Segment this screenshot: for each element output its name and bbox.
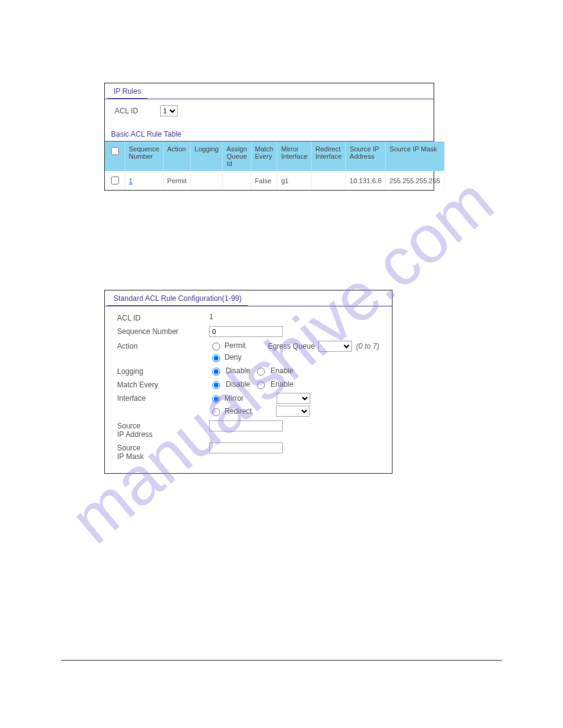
egress-queue-select[interactable]	[318, 341, 352, 352]
match-disable-radio[interactable]	[212, 381, 220, 389]
col-srcmask: Source IP Mask	[386, 142, 445, 171]
logging-disable-radio[interactable]	[212, 368, 220, 376]
action-deny-radio[interactable]	[212, 354, 220, 362]
disable-label: Disable	[226, 366, 250, 375]
acl-rule-table: Sequence Number Action Logging Assign Qu…	[105, 142, 445, 190]
row-checkbox[interactable]	[111, 176, 119, 184]
cell-match: False	[251, 171, 277, 190]
cell-srcmask: 255.255.255.255	[386, 171, 445, 190]
logging-enable-radio[interactable]	[257, 368, 265, 376]
ip-rules-panel: IP Rules ACL ID 1 Basic ACL Rule Table S…	[104, 83, 434, 191]
source-ip-input[interactable]	[209, 420, 283, 431]
deny-label: Deny	[224, 353, 242, 362]
interface-label: Interface	[117, 393, 209, 403]
standard-acl-config-panel: Standard ACL Rule Configuration(1-99) AC…	[104, 290, 393, 474]
panel1-title: IP Rules	[107, 83, 147, 99]
col-srcip: Source IP Address	[346, 142, 386, 171]
seq-link[interactable]: 1	[129, 177, 132, 184]
mirror-radio[interactable]	[212, 395, 220, 403]
logging-label: Logging	[117, 366, 209, 376]
source-ip-label: SourceIP Address	[117, 420, 209, 439]
egress-queue-label: Egress Queue	[268, 342, 315, 351]
acl-id-label: ACL ID	[117, 313, 209, 322]
redirect-select[interactable]	[276, 406, 310, 417]
acl-id-row: ACL ID 1	[105, 99, 434, 127]
col-match: Match Every	[251, 142, 277, 171]
col-seq: Sequence Number	[125, 142, 164, 171]
cell-srcip: 10.131.6.8	[346, 171, 386, 190]
panel1-subtitle: Basic ACL Rule Table	[105, 127, 434, 141]
egress-range: (0 to 7)	[356, 342, 379, 351]
cell-mirror: g1	[277, 171, 312, 190]
action-label: Action	[117, 341, 209, 351]
table-row: 1 Permit False g1 10.131.6.8 255.255.255…	[105, 171, 444, 190]
acl-id-label: ACL ID	[115, 107, 145, 115]
panel2-title: Standard ACL Rule Configuration(1-99)	[107, 290, 248, 306]
action-permit-radio[interactable]	[212, 343, 220, 351]
seq-label: Sequence Number	[117, 326, 209, 336]
form-area: ACL ID 1 Sequence Number Action Permit	[105, 306, 392, 473]
acl-id-select[interactable]: 1	[160, 105, 178, 116]
source-mask-label: SourceIP Mask	[117, 442, 209, 461]
footer-line	[61, 660, 502, 661]
col-assign: Assign Queue Id	[223, 142, 251, 171]
mirror-label: Mirror	[224, 394, 243, 403]
mirror-select[interactable]	[277, 393, 310, 404]
enable-label: Enable	[270, 366, 293, 375]
col-redirect: Redirect Interface	[312, 142, 346, 171]
redirect-radio[interactable]	[212, 408, 220, 416]
enable-label: Enable	[270, 380, 293, 389]
acl-id-value: 1	[209, 313, 380, 321]
cell-action: Permit	[163, 171, 191, 190]
match-every-label: Match Every	[117, 379, 209, 389]
table-header-row: Sequence Number Action Logging Assign Qu…	[105, 142, 444, 171]
sequence-number-input[interactable]	[209, 326, 283, 337]
col-action: Action	[163, 142, 191, 171]
cell-redirect	[312, 171, 346, 190]
disable-label: Disable	[226, 380, 250, 389]
col-mirror: Mirror Interface	[277, 142, 312, 171]
match-enable-radio[interactable]	[257, 381, 265, 389]
redirect-label: Redirect	[224, 407, 252, 415]
permit-label: Permit	[224, 341, 246, 350]
cell-assign	[223, 171, 251, 190]
source-mask-input[interactable]	[209, 442, 283, 453]
col-logging: Logging	[191, 142, 223, 171]
cell-logging	[191, 171, 223, 190]
select-all-checkbox[interactable]	[111, 147, 119, 155]
